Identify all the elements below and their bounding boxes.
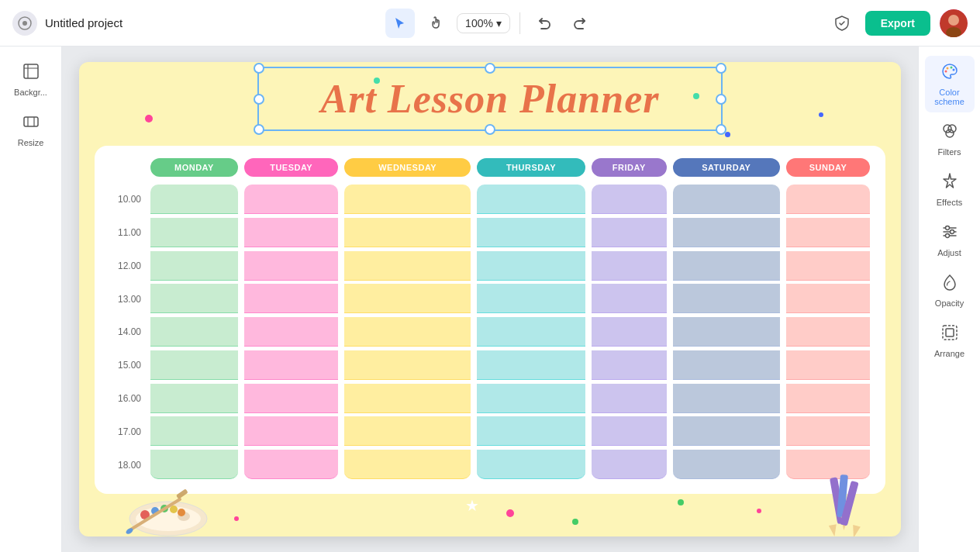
day-row-cell[interactable]	[670, 349, 783, 382]
day-row-cell[interactable]	[341, 316, 473, 349]
day-row-cell[interactable]	[241, 349, 342, 382]
day-row-cell[interactable]	[670, 316, 783, 349]
day-row-cell[interactable]	[474, 250, 588, 283]
color-scheme-tool-button[interactable]: Color scheme	[925, 56, 975, 112]
day-row-cell[interactable]	[783, 282, 873, 316]
day-row-cell[interactable]	[474, 282, 588, 316]
handle-middle-right[interactable]	[716, 94, 726, 105]
day-row-cell[interactable]	[588, 349, 670, 382]
handle-top-middle[interactable]	[485, 63, 495, 74]
day-row-cell[interactable]	[783, 349, 873, 382]
hand-tool-button[interactable]	[421, 9, 450, 38]
day-row-cell[interactable]	[783, 250, 873, 283]
day-row-cell[interactable]	[241, 415, 342, 448]
day-row-cell[interactable]	[147, 250, 241, 283]
export-button[interactable]: Export	[865, 11, 930, 36]
left-sidebar: Backgr... Resize	[0, 47, 62, 552]
day-row-cell[interactable]	[474, 448, 588, 481]
day-row-cell[interactable]	[147, 448, 241, 481]
zoom-control[interactable]: 100% ▾	[457, 13, 510, 33]
day-row-cell[interactable]	[588, 448, 670, 481]
resize-tool-button[interactable]: Resize	[6, 106, 56, 154]
day-row-cell[interactable]	[588, 216, 670, 250]
day-row-cell[interactable]	[341, 382, 473, 416]
saturday-header[interactable]: SATURDAY	[673, 158, 780, 177]
day-row-cell[interactable]	[147, 282, 241, 316]
day-row-cell[interactable]	[783, 316, 873, 349]
day-row-cell[interactable]	[147, 316, 241, 349]
day-row-cell[interactable]	[341, 183, 473, 216]
day-row-cell[interactable]	[241, 183, 342, 216]
handle-top-left[interactable]	[254, 63, 264, 74]
opacity-tool-button[interactable]: Opacity	[925, 267, 975, 314]
resize-tool-label: Resize	[18, 138, 44, 147]
day-row-cell[interactable]	[783, 415, 873, 448]
day-row-cell[interactable]	[783, 216, 873, 250]
day-row-cell[interactable]	[474, 349, 588, 382]
day-row-cell[interactable]	[474, 415, 588, 448]
day-row-cell[interactable]	[341, 349, 473, 382]
friday-header[interactable]: FRIDAY	[592, 158, 667, 177]
adjust-tool-button[interactable]: Adjust	[925, 216, 975, 264]
day-row-cell[interactable]	[474, 382, 588, 416]
day-row-cell[interactable]	[670, 415, 783, 448]
wednesday-header[interactable]: WEDNESDAY	[344, 158, 470, 177]
arrange-tool-button[interactable]: Arrange	[925, 317, 975, 364]
thursday-header[interactable]: THURSDAY	[477, 158, 585, 177]
day-row-cell[interactable]	[241, 448, 342, 481]
day-row-cell[interactable]	[241, 282, 342, 316]
day-row-cell[interactable]	[588, 183, 670, 216]
day-row-cell[interactable]	[147, 382, 241, 416]
monday-header[interactable]: MONDAY	[150, 158, 238, 177]
planner-table-container: MONDAY TUESDAY WEDNESDAY THURSDAY	[95, 146, 885, 494]
day-row-cell[interactable]	[147, 415, 241, 448]
day-row-cell[interactable]	[670, 282, 783, 316]
day-row-cell[interactable]	[588, 282, 670, 316]
redo-button[interactable]	[565, 9, 595, 38]
day-row-cell[interactable]	[783, 382, 873, 416]
day-row-cell[interactable]	[147, 183, 241, 216]
day-row-cell[interactable]	[588, 316, 670, 349]
avatar[interactable]	[940, 9, 968, 37]
day-row-cell[interactable]	[783, 183, 873, 216]
day-row-cell[interactable]	[147, 349, 241, 382]
day-row-cell[interactable]	[588, 250, 670, 283]
tuesday-header[interactable]: TUESDAY	[244, 158, 339, 177]
day-row-cell[interactable]	[341, 250, 473, 283]
day-row-cell[interactable]	[474, 316, 588, 349]
undo-button[interactable]	[530, 9, 559, 38]
day-row-cell[interactable]	[147, 216, 241, 250]
day-row-cell[interactable]	[588, 415, 670, 448]
day-row-cell[interactable]	[670, 382, 783, 416]
shield-button[interactable]	[828, 9, 856, 37]
day-row-cell[interactable]	[241, 382, 342, 416]
day-row-cell[interactable]	[588, 382, 670, 416]
day-row-cell[interactable]	[474, 216, 588, 250]
day-row-cell[interactable]	[341, 448, 473, 481]
day-row-cell[interactable]	[474, 183, 588, 216]
day-row-cell[interactable]	[670, 250, 783, 283]
day-row-cell[interactable]	[341, 415, 473, 448]
day-row-cell[interactable]	[341, 282, 473, 316]
day-row-cell[interactable]	[241, 216, 342, 250]
filters-tool-button[interactable]: Filters	[925, 116, 975, 163]
day-row-cell[interactable]	[241, 250, 342, 283]
effects-tool-button[interactable]: Effects	[925, 166, 975, 213]
handle-top-right[interactable]	[716, 63, 726, 74]
canvas-title[interactable]: Art Lesson Planner	[273, 76, 707, 122]
day-row-cell[interactable]	[341, 216, 473, 250]
handle-bottom-middle[interactable]	[485, 124, 495, 135]
sunday-header[interactable]: SUNDAY	[786, 158, 870, 177]
day-row-cell[interactable]	[670, 216, 783, 250]
day-row-cell[interactable]	[670, 448, 783, 481]
handle-middle-left[interactable]	[254, 94, 264, 105]
day-row-cell[interactable]	[241, 316, 342, 349]
zoom-chevron-icon: ▾	[496, 17, 502, 29]
handle-bottom-left[interactable]	[254, 124, 264, 135]
day-row-cell[interactable]	[670, 183, 783, 216]
day-header-tuesday: TUESDAY	[241, 158, 342, 183]
background-tool-button[interactable]: Backgr...	[6, 56, 56, 103]
select-tool-button[interactable]	[385, 9, 415, 38]
svg-rect-38	[946, 329, 954, 336]
time-cell: 13.00	[107, 282, 147, 316]
